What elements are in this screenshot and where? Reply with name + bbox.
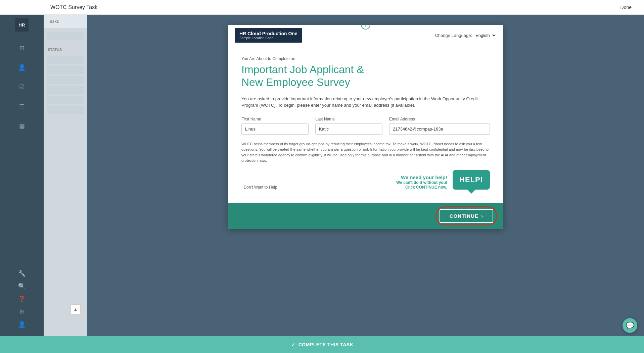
- sidebar-settings-icon[interactable]: ⚙: [18, 307, 26, 317]
- content-area: HR Cloud Production One Sample Location …: [87, 15, 644, 336]
- email-group: Email Address: [389, 117, 490, 135]
- modal-header: HR Cloud Production One Sample Location …: [228, 25, 503, 46]
- tasks-header: Tasks: [44, 15, 87, 28]
- main-layout: HR ⊞ 👤 ☑ ☰ ▦ 🔧 🔍 ❓ ⚙ 👤 Tasks STATUS: [0, 15, 644, 336]
- help-section: I Don't Want to Help We need your help! …: [241, 170, 490, 190]
- modal-footer: CONTINUE ›: [228, 203, 503, 229]
- last-name-input[interactable]: [315, 123, 382, 135]
- sidebar-icon-calendar[interactable]: ▦: [0, 119, 44, 132]
- company-sub: Sample Location Code: [239, 36, 297, 40]
- help-text-box: We need your help! We can't do it withou…: [396, 174, 447, 190]
- language-select[interactable]: English Spanish French: [474, 33, 497, 38]
- email-input[interactable]: [389, 123, 490, 135]
- help-cant-text: We can't do it without you!: [396, 180, 447, 185]
- sidebar: HR ⊞ 👤 ☑ ☰ ▦ 🔧 🔍 ❓ ⚙ 👤: [0, 15, 44, 336]
- modal-body: You Are About to Complete an Important J…: [228, 46, 503, 203]
- sidebar-help-icon[interactable]: ❓: [17, 294, 27, 304]
- help-click-text: Click CONTINUE now.: [396, 185, 447, 190]
- tasks-panel: Tasks STATUS: [44, 15, 87, 336]
- email-label: Email Address: [389, 117, 490, 121]
- pre-title: You Are About to Complete an: [241, 56, 490, 61]
- top-bar: WOTC Survey Task Done: [0, 0, 644, 15]
- last-name-group: Last Name: [315, 117, 382, 135]
- done-button[interactable]: Done: [615, 3, 637, 12]
- chat-button[interactable]: 💬: [623, 318, 637, 333]
- company-name: HR Cloud Production One: [239, 31, 297, 36]
- wotc-disclaimer: WOTC helps members of its target groups …: [241, 141, 490, 163]
- help-bubble: HELP!: [453, 170, 490, 190]
- continue-arrow-icon: ›: [481, 213, 483, 219]
- task-item: [47, 76, 84, 84]
- sidebar-icon-list[interactable]: ☰: [0, 100, 44, 113]
- survey-description: You are asked to provide important infor…: [241, 96, 490, 109]
- survey-modal: HR Cloud Production One Sample Location …: [228, 25, 503, 229]
- scroll-up-arrow[interactable]: ▲: [71, 304, 81, 314]
- first-name-input[interactable]: [241, 123, 309, 135]
- language-selector: Change Language: English Spanish French: [435, 33, 497, 38]
- task-item: [47, 66, 84, 74]
- complete-task-label[interactable]: COMPLETE THIS TASK: [298, 342, 354, 347]
- sidebar-icon-user[interactable]: 👤: [0, 61, 44, 74]
- sidebar-logo[interactable]: HR: [15, 18, 29, 32]
- task-item: [47, 56, 84, 64]
- first-name-label: First Name: [241, 117, 309, 121]
- sidebar-icon-check[interactable]: ☑: [0, 81, 44, 93]
- language-label: Change Language:: [435, 33, 472, 38]
- sidebar-wrench-icon[interactable]: 🔧: [17, 268, 27, 279]
- first-name-group: First Name: [241, 117, 309, 135]
- form-row: First Name Last Name Email Address: [241, 117, 490, 135]
- bottom-bar: ✓ COMPLETE THIS TASK: [0, 336, 644, 353]
- task-item: [47, 32, 84, 40]
- help-we-need-text: We need your help!: [396, 174, 447, 180]
- last-name-label: Last Name: [315, 117, 382, 121]
- sidebar-bottom: 🔧 🔍 ❓ ⚙ 👤: [17, 268, 27, 336]
- task-item: [47, 86, 84, 94]
- sidebar-user-avatar[interactable]: 👤: [17, 319, 27, 330]
- complete-check-icon: ✓: [291, 341, 296, 348]
- task-item: [47, 96, 84, 104]
- continue-button[interactable]: CONTINUE ›: [440, 209, 493, 223]
- help-circle-icon[interactable]: ?: [361, 25, 370, 30]
- task-item: [47, 106, 84, 114]
- sidebar-search-icon[interactable]: 🔍: [17, 281, 27, 291]
- sidebar-icon-grid[interactable]: ⊞: [0, 42, 44, 54]
- company-info: HR Cloud Production One Sample Location …: [235, 28, 302, 43]
- survey-title: Important Job Applicant &New Employee Su…: [241, 63, 490, 89]
- status-label: STATUS: [44, 45, 87, 54]
- page-title: WOTC Survey Task: [50, 4, 97, 10]
- dont-want-help-link[interactable]: I Don't Want to Help: [241, 185, 391, 190]
- continue-button-wrapper: CONTINUE ›: [440, 209, 493, 223]
